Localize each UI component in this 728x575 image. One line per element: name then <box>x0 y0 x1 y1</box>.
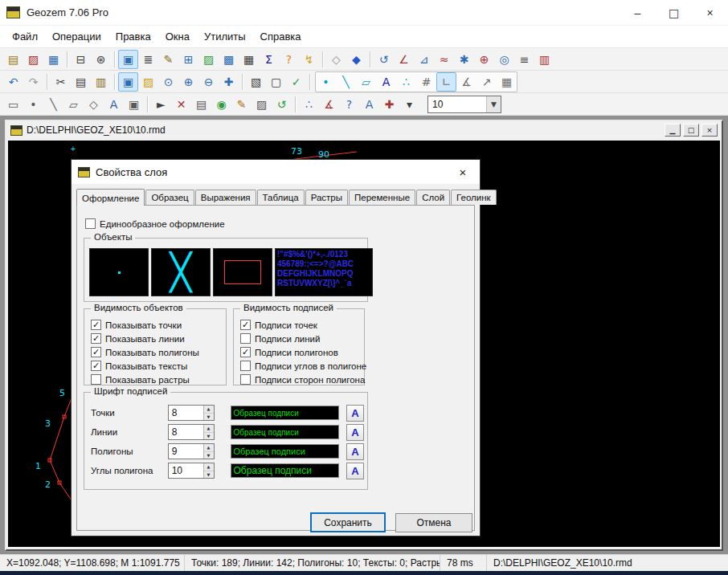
ortho-icon[interactable]: ∟ <box>436 72 456 92</box>
document-close-button[interactable]: × <box>701 124 718 137</box>
print-icon[interactable]: ⊟ <box>71 50 91 69</box>
point-tool-icon[interactable]: • <box>23 95 43 114</box>
save-file-icon[interactable]: ▦ <box>43 50 63 69</box>
open-file-icon[interactable]: ▨ <box>23 50 43 69</box>
polygons-font-spin-down-icon[interactable]: ▼ <box>204 452 214 459</box>
polygon-angles-font-font-button[interactable]: А <box>346 463 364 479</box>
node-mode-icon[interactable]: ∴ <box>396 72 416 92</box>
tab-variables[interactable]: Переменные <box>349 190 415 205</box>
polygons-font-font-button[interactable]: А <box>346 443 364 460</box>
cancel-button[interactable]: Отмена <box>395 513 472 532</box>
select-rect-icon[interactable]: ▧ <box>246 72 266 92</box>
copy-icon[interactable]: ▤ <box>71 72 91 92</box>
angle-mode-icon[interactable]: ∡ <box>456 72 476 92</box>
triangle-icon[interactable]: ⊿ <box>414 50 434 69</box>
refresh-icon[interactable]: ↺ <box>272 95 292 114</box>
text-editor-icon[interactable]: ✎ <box>158 50 178 69</box>
points-font-spin-down-icon[interactable]: ▼ <box>204 414 214 421</box>
add-points-icon[interactable]: ✚ <box>379 95 399 114</box>
query-icon[interactable]: ? <box>339 95 359 114</box>
close-button[interactable]: × <box>692 0 728 25</box>
points-font-size-spinner[interactable]: 8▲▼ <box>168 405 215 421</box>
angle-icon[interactable]: ∠ <box>394 50 414 69</box>
pan-icon[interactable]: ✚ <box>219 72 239 92</box>
tab-rasters[interactable]: Растры <box>305 190 348 205</box>
line-mode-icon[interactable]: ╲ <box>336 72 356 92</box>
chevron-down-icon[interactable]: ▼ <box>486 96 501 112</box>
layers-icon[interactable]: ⊞ <box>178 50 198 69</box>
list-icon[interactable]: ≡ <box>514 50 534 69</box>
lines-font-font-button[interactable]: А <box>346 424 364 441</box>
show-rasters-checkbox[interactable]: Показывать растры <box>91 373 199 386</box>
cut-icon[interactable]: ✂ <box>51 72 71 92</box>
hatch-icon[interactable]: ▨ <box>252 95 272 114</box>
select-frame-icon[interactable]: ▢ <box>266 72 286 92</box>
object-list-icon[interactable]: ≣ <box>138 50 158 69</box>
undo-icon[interactable]: ↶ <box>3 72 23 92</box>
lightning-icon[interactable]: ↯ <box>299 50 319 69</box>
draw-icon[interactable]: ✎ <box>231 95 252 114</box>
polygons-font-size-spinner[interactable]: 9▲▼ <box>168 443 215 459</box>
polygon-side-labels-checkbox[interactable]: Подписи сторон полигона <box>240 373 366 386</box>
show-points-checkbox[interactable]: ✓Показывать точки <box>91 318 199 332</box>
lines-font-spin-down-icon[interactable]: ▼ <box>204 433 214 440</box>
polygon-labels-checkbox[interactable]: ✓Подписи полигонов <box>240 345 366 359</box>
point-labels-checkbox[interactable]: ✓Подписи точек <box>240 318 366 332</box>
snap-icon[interactable]: # <box>416 72 436 92</box>
font-style-preview[interactable]: !"#$%&'()*+,-./0123 456789:;<=>?@ABC DEF… <box>275 248 373 296</box>
diamond-filled-icon[interactable]: ◆ <box>346 50 366 69</box>
new-file-icon[interactable]: ▤ <box>3 50 23 69</box>
rotate-icon[interactable]: ↺ <box>374 50 394 69</box>
frame-tool-icon[interactable]: ▭ <box>3 95 23 114</box>
point-mode-icon[interactable]: • <box>316 72 336 92</box>
diamond-outline-icon[interactable]: ◇ <box>326 50 346 69</box>
menu-utilities[interactable]: Утилиты <box>197 27 253 47</box>
document-minimize-button[interactable]: ▁ <box>665 124 681 137</box>
zoom-out-icon[interactable]: ⊖ <box>198 72 219 92</box>
points-font-font-button[interactable]: А <box>346 405 364 422</box>
tab-sample[interactable]: Образец <box>145 190 194 205</box>
minimize-button[interactable]: – <box>620 0 656 25</box>
polygon-angles-font-spin-up-icon[interactable]: ▲ <box>204 463 214 471</box>
uniform-design-checkbox[interactable]: Единообразное оформление <box>85 217 225 230</box>
grid-mode-icon[interactable]: ▦ <box>497 72 517 92</box>
document-maximize-button[interactable]: □ <box>683 124 699 137</box>
tab-expressions[interactable]: Выражения <box>195 190 256 205</box>
sum-icon[interactable]: Σ <box>259 50 279 69</box>
polygons-font-spin-up-icon[interactable]: ▲ <box>204 444 214 452</box>
block-tool-icon[interactable]: ▣ <box>124 95 144 114</box>
polygon-style-preview[interactable] <box>213 248 272 296</box>
polygon-angle-labels-checkbox[interactable]: Подписи углов в полигоне <box>240 359 366 373</box>
save-button[interactable]: Сохранить <box>310 512 386 532</box>
print-setup-icon[interactable]: ⊛ <box>91 50 111 69</box>
table-icon[interactable]: ▦ <box>239 50 259 69</box>
menu-edit[interactable]: Правка <box>108 27 158 47</box>
delete-icon[interactable]: ✕ <box>171 95 191 114</box>
angle-small-icon[interactable]: ∡ <box>319 95 339 114</box>
menu-operations[interactable]: Операции <box>45 27 108 47</box>
pentagon-tool-icon[interactable]: ◇ <box>84 95 104 114</box>
menu-file[interactable]: Файл <box>5 27 45 47</box>
show-lines-checkbox[interactable]: ✓Показывать линии <box>91 332 199 345</box>
tab-layer[interactable]: Слой <box>416 190 450 205</box>
confirm-icon[interactable]: ✓ <box>286 72 306 92</box>
zoom-window-icon[interactable]: ⊙ <box>158 72 178 92</box>
redo-icon[interactable]: ↷ <box>23 72 43 92</box>
tab-geolink[interactable]: Геолинк <box>451 190 497 205</box>
help-icon[interactable]: ? <box>279 50 299 69</box>
lines-font-size-spinner[interactable]: 8▲▼ <box>168 424 215 440</box>
grid-options-icon[interactable]: ▥ <box>534 50 554 69</box>
polygon-mode-icon[interactable]: ▱ <box>356 72 376 92</box>
node-small-icon[interactable]: ∴ <box>299 95 319 114</box>
show-texts-checkbox[interactable]: ✓Показывать тексты <box>91 359 199 373</box>
menu-help[interactable]: Справка <box>253 27 309 47</box>
points-font-spin-up-icon[interactable]: ▲ <box>204 406 214 414</box>
highlight-icon[interactable]: ▨ <box>138 72 158 92</box>
target-icon[interactable]: ⊕ <box>474 50 494 69</box>
show-polygons-checkbox[interactable]: ✓Показывать полигоны <box>91 345 199 359</box>
dropdown-arrow-icon[interactable]: ▾ <box>399 95 419 114</box>
text-mode-icon[interactable]: А <box>376 72 396 92</box>
text-tool-icon[interactable]: A <box>104 95 124 114</box>
palette-icon[interactable]: ▨ <box>198 50 219 69</box>
polygon-tool-icon[interactable]: ▱ <box>63 95 84 114</box>
